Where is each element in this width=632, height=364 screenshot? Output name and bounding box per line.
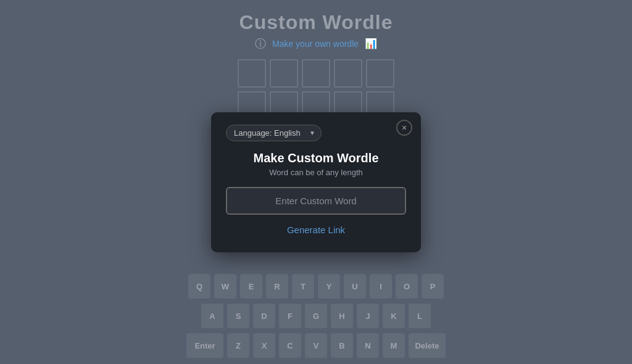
modal-overlay: × Language: English Language: Spanish La… <box>0 0 632 364</box>
modal: × Language: English Language: Spanish La… <box>211 112 421 252</box>
language-wrapper[interactable]: Language: English Language: Spanish Lang… <box>226 125 322 141</box>
language-select[interactable]: Language: English Language: Spanish Lang… <box>226 125 322 141</box>
modal-close-button[interactable]: × <box>396 120 412 136</box>
generate-link-button[interactable]: Generate Link <box>226 222 406 238</box>
custom-word-input[interactable] <box>226 187 406 215</box>
modal-title: Make Custom Wordle <box>226 151 406 165</box>
modal-subtitle: Word can be of any length <box>226 168 406 177</box>
